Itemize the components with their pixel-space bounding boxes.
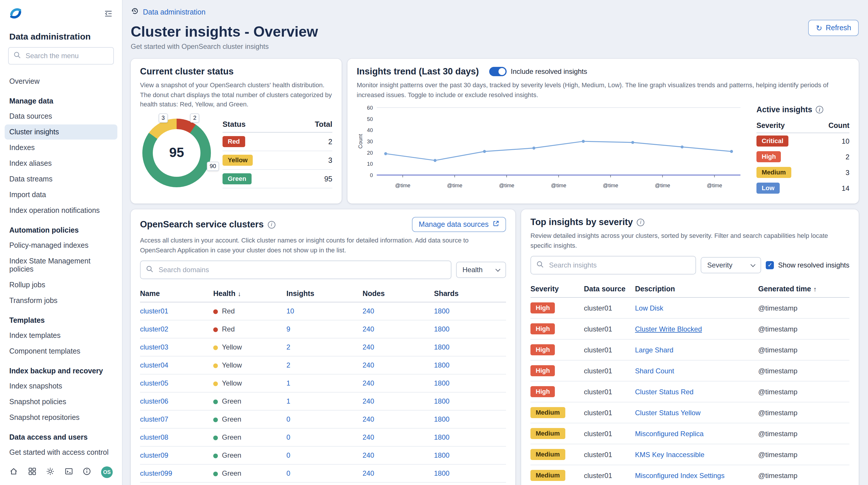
status-badge: Medium xyxy=(530,470,565,481)
insights-count-link[interactable]: 9 xyxy=(286,325,290,333)
nodes-count-link[interactable]: 240 xyxy=(363,325,374,333)
insights-count-link[interactable]: 0 xyxy=(286,469,290,478)
include-resolved-toggle[interactable]: Include resolved insights xyxy=(489,67,587,76)
nodes-count-link[interactable]: 240 xyxy=(363,361,374,369)
insight-description-link[interactable]: Cluster Write Blocked xyxy=(635,325,702,333)
insight-description-link[interactable]: Low Disk xyxy=(635,304,663,312)
sidebar-item-import-data[interactable]: Import data xyxy=(5,187,117,202)
shards-count-link[interactable]: 1800 xyxy=(434,379,450,387)
cluster-name-link[interactable]: cluster07 xyxy=(140,415,168,423)
insight-description-link[interactable]: Shard Count xyxy=(635,367,674,375)
search-icon xyxy=(536,260,544,270)
shards-count-link[interactable]: 1800 xyxy=(434,415,450,423)
cluster-name-link[interactable]: cluster05 xyxy=(140,379,168,387)
insights-count-link[interactable]: 1 xyxy=(286,397,290,405)
nodes-count-link[interactable]: 240 xyxy=(363,379,374,387)
nodes-count-link[interactable]: 240 xyxy=(363,397,374,405)
health-filter-select[interactable]: Health xyxy=(456,262,506,278)
page-subtitle: Get started with OpenSearch cluster insi… xyxy=(131,42,859,51)
insight-description-link[interactable]: KMS Key Inaccessible xyxy=(635,450,705,459)
nodes-count-link[interactable]: 240 xyxy=(363,451,374,459)
shards-count-link[interactable]: 1800 xyxy=(434,433,450,441)
sidebar-item-snapshot-policies[interactable]: Snapshot policies xyxy=(5,394,117,409)
clusters-header-health[interactable]: Health↓ xyxy=(213,285,286,302)
cluster-name-link[interactable]: cluster08 xyxy=(140,433,168,441)
nodes-count-link[interactable]: 240 xyxy=(363,343,374,351)
sidebar-item-cluster-insights[interactable]: Cluster insights xyxy=(5,124,117,140)
insights-search-input[interactable] xyxy=(548,260,690,270)
sidebar-item-index-aliases[interactable]: Index aliases xyxy=(5,156,117,171)
collapse-sidebar-button[interactable] xyxy=(103,8,114,21)
domains-search-input[interactable] xyxy=(157,265,445,275)
insights-count-link[interactable]: 2 xyxy=(286,361,290,369)
insights-header-time[interactable]: Generated time↑ xyxy=(758,280,849,297)
cluster-name-link[interactable]: cluster04 xyxy=(140,361,168,369)
nodes-count-link[interactable]: 240 xyxy=(363,307,374,315)
shards-count-link[interactable]: 1800 xyxy=(434,361,450,369)
insights-trend-card: Insights trend (Last 30 days) Include re… xyxy=(347,59,859,203)
breadcrumb-label[interactable]: Data administration xyxy=(143,8,206,16)
shards-count-link[interactable]: 1800 xyxy=(434,469,450,478)
insights-search[interactable] xyxy=(530,256,696,275)
cluster-name-link[interactable]: cluster06 xyxy=(140,397,168,405)
cluster-name-link[interactable]: cluster01 xyxy=(140,307,168,315)
refresh-button[interactable]: ↻ Refresh xyxy=(808,20,859,36)
sidebar-item-get-started-with-access-control[interactable]: Get started with access control xyxy=(5,445,117,460)
health-dot xyxy=(213,381,218,386)
sidebar-item-overview[interactable]: Overview xyxy=(5,74,117,89)
search-icon xyxy=(13,51,21,61)
insights-count-link[interactable]: 10 xyxy=(286,307,294,315)
insight-description-link[interactable]: Misconfigured Replica xyxy=(635,429,704,437)
show-resolved-checkbox[interactable]: ✓ Show resolved insights xyxy=(766,261,849,269)
insights-count-link[interactable]: 1 xyxy=(286,379,290,387)
settings-button[interactable] xyxy=(46,467,55,478)
insight-row: Mediumcluster01Cluster Status Yellow@tim… xyxy=(530,402,849,423)
top-insights-card: Top insights by severity i Review detail… xyxy=(521,209,859,485)
sidebar-item-index-templates[interactable]: Index templates xyxy=(5,328,117,343)
insights-count-link[interactable]: 0 xyxy=(286,451,290,459)
shards-count-link[interactable]: 1800 xyxy=(434,307,450,315)
sidebar-search-input[interactable] xyxy=(24,51,108,60)
sidebar-item-policy-managed-indexes[interactable]: Policy-managed indexes xyxy=(5,238,117,253)
insights-count-link[interactable]: 0 xyxy=(286,433,290,441)
nodes-count-link[interactable]: 240 xyxy=(363,433,374,441)
shards-count-link[interactable]: 1800 xyxy=(434,451,450,459)
home-button[interactable] xyxy=(9,467,18,478)
insight-description-link[interactable]: Cluster Status Red xyxy=(635,388,693,396)
cluster-name-link[interactable]: cluster03 xyxy=(140,343,168,351)
nodes-count-link[interactable]: 240 xyxy=(363,415,374,423)
insight-description-link[interactable]: Misconfigured Index Settings xyxy=(635,471,724,480)
shards-count-link[interactable]: 1800 xyxy=(434,325,450,333)
info-button[interactable] xyxy=(83,467,92,478)
sidebar-item-transform-jobs[interactable]: Transform jobs xyxy=(5,293,117,308)
breadcrumb[interactable]: Data administration xyxy=(131,7,206,17)
sidebar-item-component-templates[interactable]: Component templates xyxy=(5,344,117,359)
sidebar-item-snapshot-repositories[interactable]: Snapshot repositories xyxy=(5,410,117,425)
insights-count-link[interactable]: 2 xyxy=(286,343,290,351)
sidebar-item-data-streams[interactable]: Data streams xyxy=(5,172,117,187)
manage-data-sources-button[interactable]: Manage data sources xyxy=(412,217,506,232)
devtools-button[interactable] xyxy=(64,467,73,478)
domains-search[interactable] xyxy=(140,260,452,279)
sidebar-item-data-sources[interactable]: Data sources xyxy=(5,109,117,124)
insight-description-link[interactable]: Cluster Status Yellow xyxy=(635,408,701,417)
shards-count-link[interactable]: 1800 xyxy=(434,343,450,351)
shards-count-link[interactable]: 1800 xyxy=(434,397,450,405)
account-avatar[interactable]: OS xyxy=(101,466,113,478)
sidebar-search[interactable] xyxy=(8,47,114,64)
cluster-name-link[interactable]: cluster02 xyxy=(140,325,168,333)
severity-filter-select[interactable]: Severity xyxy=(701,257,762,273)
sidebar-item-index-state-management-policies[interactable]: Index State Management policies xyxy=(5,254,117,277)
apps-button[interactable] xyxy=(28,467,36,478)
sidebar-item-indexes[interactable]: Indexes xyxy=(5,140,117,155)
sidebar-item-rollup-jobs[interactable]: Rollup jobs xyxy=(5,277,117,292)
status-total: 3 xyxy=(292,151,332,170)
nodes-count-link[interactable]: 240 xyxy=(363,469,374,478)
insights-count-link[interactable]: 0 xyxy=(286,415,290,423)
cluster-name-link[interactable]: cluster09 xyxy=(140,451,168,459)
sidebar-item-index-operation-notifications[interactable]: Index operation notifications xyxy=(5,203,117,218)
sidebar-item-index-snapshots[interactable]: Index snapshots xyxy=(5,378,117,394)
toggle-switch[interactable] xyxy=(489,67,507,76)
cluster-name-link[interactable]: cluster099 xyxy=(140,469,172,478)
insight-description-link[interactable]: Large Shard xyxy=(635,346,673,354)
